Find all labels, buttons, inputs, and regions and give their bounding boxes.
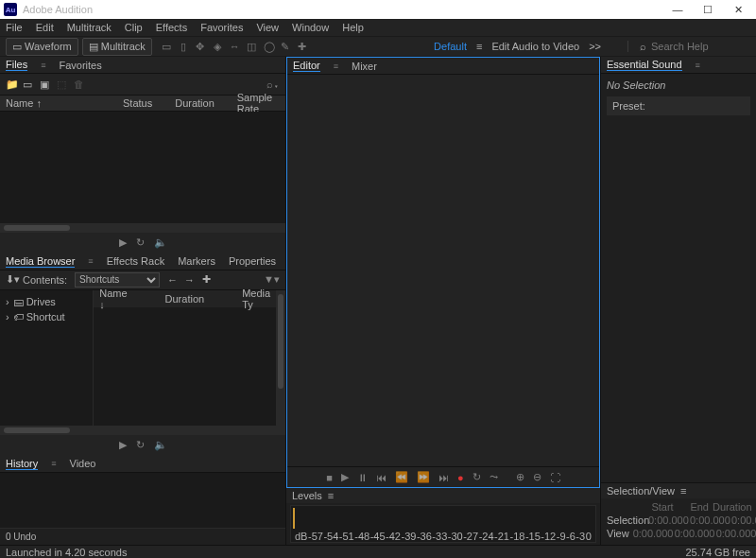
rewind-icon[interactable]: ⏪ <box>395 471 408 483</box>
multitrack-button[interactable]: ▤Multitrack <box>82 38 152 56</box>
mb-menu-icon[interactable]: ≡ <box>88 256 93 266</box>
waveform-button[interactable]: ▭Waveform <box>6 38 78 56</box>
heal-tool-icon[interactable]: ✚ <box>298 41 307 53</box>
open-file-icon[interactable]: 📁 <box>6 78 15 91</box>
mb-list[interactable] <box>94 307 276 426</box>
workspace-menu-icon[interactable]: ≡ <box>476 41 482 52</box>
editor-transport: ■ ▶ ⏸ ⏮ ⏪ ⏩ ⏭ ● ↻ ⤳ ⊕ ⊖ ⛶ <box>287 466 599 487</box>
workspace-eav[interactable]: Edit Audio to Video <box>491 41 579 52</box>
zoom-out-icon[interactable]: ⊖ <box>533 471 541 483</box>
editor-menu-icon[interactable]: ≡ <box>334 61 338 71</box>
tab-video[interactable]: Video <box>70 458 96 469</box>
workspace-more-icon[interactable]: >> <box>589 41 601 52</box>
autoplay-icon[interactable]: 🔈 <box>154 236 167 249</box>
lasso-tool-icon[interactable]: ◯ <box>264 41 273 53</box>
menu-effects[interactable]: Effects <box>156 22 187 33</box>
selview-row-view: View0:00.0000:00.0000:00.000 <box>607 527 750 540</box>
tab-files[interactable]: Files <box>6 59 27 71</box>
editor-loop-icon[interactable]: ↻ <box>472 471 481 483</box>
move-tool-icon[interactable]: ✥ <box>196 41 205 53</box>
skip-selection-icon[interactable]: ⤳ <box>490 471 498 483</box>
tab-media-browser[interactable]: Media Browser <box>6 255 75 268</box>
record-icon[interactable]: ● <box>457 472 464 483</box>
zoom-in-icon[interactable]: ⊕ <box>516 471 524 483</box>
contents-select[interactable]: Shortcuts <box>75 272 160 288</box>
menu-view[interactable]: View <box>256 22 279 33</box>
fwd-icon[interactable]: → <box>184 274 194 286</box>
back-icon[interactable]: ← <box>167 274 177 286</box>
menu-window[interactable]: Window <box>292 22 329 33</box>
status-launched: Launched in 4.20 seconds <box>6 547 127 558</box>
loop-icon[interactable]: ↻ <box>136 236 145 249</box>
skip-start-icon[interactable]: ⏮ <box>376 472 387 483</box>
editor-canvas[interactable] <box>287 75 599 466</box>
menu-favorites[interactable]: Favorites <box>200 22 243 33</box>
workspace-default[interactable]: Default <box>434 41 467 52</box>
mb-col-duration[interactable]: Duration <box>165 293 205 305</box>
tab-favorites[interactable]: Favorites <box>60 60 102 71</box>
ess-menu-icon[interactable]: ≡ <box>696 61 700 70</box>
files-search-icon[interactable]: ⌕▾ <box>266 78 280 90</box>
zoom-full-icon[interactable]: ⛶ <box>550 472 560 483</box>
levels-ruler: dB-57-54-51-48-45-42-39-36-33-30-27-24-2… <box>291 531 595 542</box>
col-name[interactable]: Name ↑ <box>6 97 100 109</box>
tree-shortcut[interactable]: ›🏷Shortcut <box>6 309 87 324</box>
files-list[interactable] <box>0 112 285 223</box>
tool-icon-1[interactable]: ▭ <box>162 41 171 53</box>
stop-icon[interactable]: ■ <box>326 472 333 483</box>
pause-icon[interactable]: ⏸ <box>357 472 368 483</box>
col-status[interactable]: Status <box>123 97 152 109</box>
mb-autoplay-icon[interactable]: 🔈 <box>154 439 167 451</box>
tab-effects-rack[interactable]: Effects Rack <box>107 255 165 267</box>
close-button[interactable]: ✕ <box>724 4 752 16</box>
tab-properties[interactable]: Properties <box>229 255 276 267</box>
selview-menu-icon[interactable]: ≡ <box>680 485 686 497</box>
search-icon: ⌕ <box>638 41 647 52</box>
mb-loop-icon[interactable]: ↻ <box>136 439 145 451</box>
tab-markers[interactable]: Markers <box>178 255 215 267</box>
slip-tool-icon[interactable]: ↔ <box>230 41 239 53</box>
new-shortcut-icon[interactable]: ✚ <box>201 273 211 286</box>
filter-icon[interactable]: ▼▾ <box>264 273 280 286</box>
tab-history[interactable]: History <box>6 458 38 470</box>
tab-editor[interactable]: Editor <box>293 60 320 72</box>
razor-tool-icon[interactable]: ◈ <box>213 41 222 53</box>
history-menu-icon[interactable]: ≡ <box>51 459 56 468</box>
ffwd-icon[interactable]: ⏩ <box>417 471 430 483</box>
new-file-icon[interactable]: ▭ <box>23 78 32 91</box>
menu-help[interactable]: Help <box>342 22 364 33</box>
tree-drives[interactable]: ›🖴Drives <box>6 294 87 309</box>
marquee-tool-icon[interactable]: ◫ <box>247 41 256 53</box>
editor-play-icon[interactable]: ▶ <box>341 471 349 483</box>
files-scrollbar[interactable] <box>0 223 285 233</box>
minimize-button[interactable]: — <box>663 4 692 16</box>
tab-levels[interactable]: Levels <box>292 490 322 501</box>
levels-menu-icon[interactable]: ≡ <box>328 490 334 501</box>
window-controls: — ☐ ✕ <box>663 4 752 16</box>
menu-file[interactable]: File <box>6 22 23 33</box>
skip-end-icon[interactable]: ⏭ <box>438 472 449 483</box>
mb-hscroll[interactable] <box>0 426 285 435</box>
levels-meter[interactable]: dB-57-54-51-48-45-42-39-36-33-30-27-24-2… <box>290 505 596 543</box>
search-input[interactable] <box>651 41 736 52</box>
mb-scrollbar[interactable] <box>276 290 285 426</box>
menubar: File Edit Multitrack Clip Effects Favori… <box>0 19 756 36</box>
brush-tool-icon[interactable]: ✎ <box>281 41 290 53</box>
tab-mixer[interactable]: Mixer <box>352 61 377 72</box>
play-icon[interactable]: ▶ <box>119 236 127 249</box>
col-duration[interactable]: Duration <box>175 97 215 109</box>
tool-icon-2[interactable]: ▯ <box>179 41 188 53</box>
new-multitrack-icon[interactable]: ▣ <box>40 78 49 91</box>
files-menu-icon[interactable]: ≡ <box>41 61 45 70</box>
menu-clip[interactable]: Clip <box>125 22 143 33</box>
mb-play-icon[interactable]: ▶ <box>119 439 127 451</box>
history-list[interactable] <box>0 473 285 528</box>
menu-multitrack[interactable]: Multitrack <box>67 22 112 33</box>
preset-row[interactable]: Preset: <box>607 96 750 115</box>
tab-selview[interactable]: Selection/View <box>607 485 675 497</box>
mb-tree-icon[interactable]: ⬇▾ <box>6 273 15 286</box>
tab-essential-sound[interactable]: Essential Sound <box>607 59 682 71</box>
menu-edit[interactable]: Edit <box>36 22 54 33</box>
selview-row-selection: Selection0:00.0000:00.0000:00.000 <box>607 514 750 527</box>
maximize-button[interactable]: ☐ <box>694 4 722 16</box>
